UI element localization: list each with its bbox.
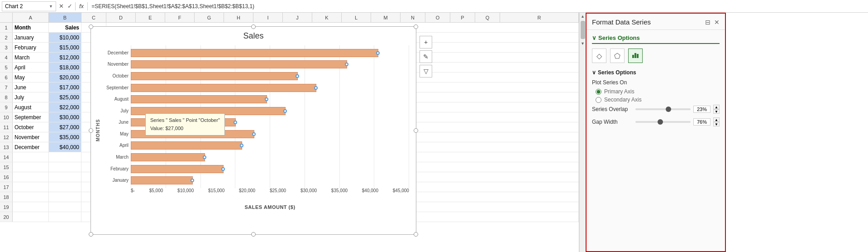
secondary-axis-row[interactable]: Secondary Axis bbox=[596, 97, 720, 103]
cell-b[interactable] bbox=[49, 162, 81, 172]
scrollbar[interactable]: ▲ ▼ bbox=[579, 13, 586, 252]
series-overlap-thumb[interactable] bbox=[666, 107, 671, 112]
cell-b[interactable]: $10,000 bbox=[49, 33, 81, 42]
cell-a[interactable] bbox=[13, 192, 49, 202]
cell-b[interactable] bbox=[49, 172, 81, 182]
cell-b[interactable]: $27,000 bbox=[49, 122, 81, 132]
bar-row[interactable]: August bbox=[131, 94, 409, 105]
cell-a[interactable]: Month bbox=[13, 23, 49, 32]
col-header-h[interactable]: H bbox=[224, 13, 253, 22]
cell-a[interactable]: December bbox=[13, 142, 49, 152]
bar-row[interactable]: September bbox=[131, 82, 409, 93]
bar-fill[interactable] bbox=[131, 141, 242, 150]
col-header-p[interactable]: P bbox=[450, 13, 475, 22]
gap-width-thumb[interactable] bbox=[658, 119, 663, 125]
cell-a[interactable]: April bbox=[13, 63, 49, 72]
cancel-icon[interactable]: ✕ bbox=[58, 3, 65, 10]
cell-a[interactable] bbox=[13, 172, 49, 182]
series-overlap-track[interactable] bbox=[635, 108, 691, 110]
primary-axis-radio[interactable] bbox=[596, 89, 601, 95]
panel-resize-icon[interactable]: ⊟ bbox=[705, 19, 711, 26]
cell-b[interactable] bbox=[49, 202, 81, 212]
bar-fill[interactable] bbox=[131, 84, 316, 92]
bar-row[interactable]: October bbox=[131, 71, 409, 82]
name-box-dropdown-icon[interactable]: ▼ bbox=[49, 4, 53, 9]
cell-a[interactable] bbox=[13, 212, 49, 222]
cell-b[interactable]: Sales bbox=[49, 23, 81, 32]
col-header-n[interactable]: N bbox=[401, 13, 425, 22]
col-header-g[interactable]: G bbox=[195, 13, 224, 22]
cell-a[interactable]: February bbox=[13, 43, 49, 52]
col-header-r[interactable]: R bbox=[500, 13, 579, 22]
bar-fill[interactable] bbox=[131, 165, 224, 173]
handle-bm[interactable] bbox=[251, 232, 256, 237]
series-options-toggle[interactable]: ∨ Series Options bbox=[592, 34, 720, 41]
cell-b[interactable] bbox=[49, 192, 81, 202]
cell-b[interactable]: $30,000 bbox=[49, 112, 81, 122]
col-header-d[interactable]: D bbox=[106, 13, 136, 22]
col-header-a[interactable]: A bbox=[13, 13, 49, 22]
bar-row[interactable]: December bbox=[131, 48, 409, 58]
bar-row[interactable]: February bbox=[131, 164, 409, 174]
cell-a[interactable]: June bbox=[13, 82, 49, 92]
scroll-up-arrow[interactable]: ▲ bbox=[581, 13, 585, 20]
scroll-down-arrow[interactable]: ▼ bbox=[581, 40, 585, 47]
cell-a[interactable] bbox=[13, 182, 49, 192]
bar-row[interactable]: January bbox=[131, 175, 409, 186]
cell-a[interactable] bbox=[13, 162, 49, 172]
series-overlap-value[interactable] bbox=[693, 106, 711, 113]
cell-a[interactable]: November bbox=[13, 132, 49, 142]
series-overlap-up[interactable]: ▲ bbox=[713, 105, 720, 109]
style-button[interactable]: ✎ bbox=[420, 50, 432, 63]
col-header-l[interactable]: L bbox=[342, 13, 371, 22]
col-header-m[interactable]: M bbox=[371, 13, 401, 22]
col-header-b[interactable]: B bbox=[49, 13, 81, 22]
cell-a[interactable]: March bbox=[13, 53, 49, 62]
bar-row[interactable]: November bbox=[131, 59, 409, 70]
cell-b[interactable]: $35,000 bbox=[49, 132, 81, 142]
handle-br[interactable] bbox=[414, 232, 418, 237]
cell-b[interactable]: $17,000 bbox=[49, 82, 81, 92]
bar-row[interactable]: March bbox=[131, 152, 409, 163]
section-header[interactable]: ∨ Series Options bbox=[592, 69, 720, 76]
cell-b[interactable]: $22,000 bbox=[49, 102, 81, 112]
cell-a[interactable] bbox=[13, 202, 49, 212]
cell-b[interactable]: $40,000 bbox=[49, 142, 81, 152]
primary-axis-row[interactable]: Primary Axis bbox=[596, 88, 720, 95]
effects-tab[interactable]: ⬠ bbox=[610, 48, 625, 63]
cell-b[interactable] bbox=[49, 182, 81, 192]
col-header-q[interactable]: Q bbox=[475, 13, 500, 22]
col-header-o[interactable]: O bbox=[425, 13, 450, 22]
bar-fill[interactable] bbox=[131, 72, 298, 80]
handle-tl[interactable] bbox=[89, 24, 93, 29]
col-header-f[interactable]: F bbox=[165, 13, 195, 22]
chart-container[interactable]: Sales MONTHS bbox=[91, 26, 416, 235]
bar-fill[interactable] bbox=[131, 153, 205, 161]
gap-width-up[interactable]: ▲ bbox=[713, 117, 720, 122]
cell-a[interactable]: May bbox=[13, 73, 49, 82]
add-element-button[interactable]: + bbox=[420, 36, 432, 48]
cell-a[interactable]: July bbox=[13, 92, 49, 102]
handle-tr[interactable] bbox=[414, 24, 418, 29]
bar-row[interactable]: April bbox=[131, 140, 409, 151]
secondary-axis-radio[interactable] bbox=[596, 97, 601, 103]
bar-fill[interactable] bbox=[131, 60, 347, 68]
cell-a[interactable]: January bbox=[13, 33, 49, 42]
gap-width-down[interactable]: ▼ bbox=[713, 122, 720, 126]
cell-b[interactable]: $18,000 bbox=[49, 63, 81, 72]
handle-tm[interactable] bbox=[251, 24, 256, 29]
cell-b[interactable]: $25,000 bbox=[49, 92, 81, 102]
gap-width-value[interactable] bbox=[693, 118, 711, 126]
cell-b[interactable]: $15,000 bbox=[49, 43, 81, 52]
handle-bl[interactable] bbox=[89, 232, 93, 237]
col-header-i[interactable]: I bbox=[253, 13, 283, 22]
cell-b[interactable]: $12,000 bbox=[49, 53, 81, 62]
fill-tab[interactable]: ◇ bbox=[592, 48, 606, 63]
col-header-e[interactable]: E bbox=[136, 13, 165, 22]
confirm-icon[interactable]: ✓ bbox=[67, 3, 73, 10]
cell-b[interactable] bbox=[49, 152, 81, 162]
formula-input[interactable] bbox=[90, 2, 866, 10]
name-box[interactable]: Chart 2 ▼ bbox=[2, 1, 56, 11]
col-header-k[interactable]: K bbox=[312, 13, 342, 22]
cell-a[interactable]: September bbox=[13, 112, 49, 122]
